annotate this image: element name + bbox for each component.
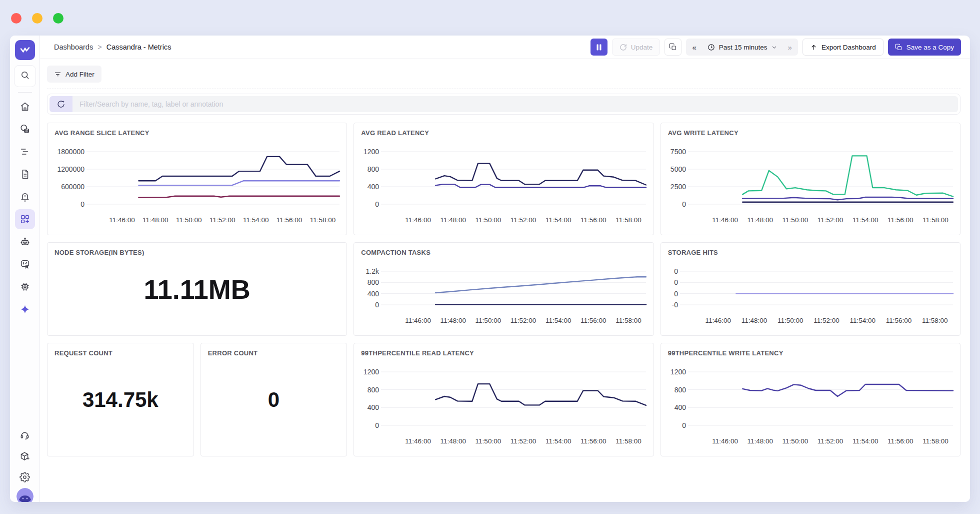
x-tick-label: 11:48:00 [747,437,773,445]
x-tick-label: 11:54:00 [546,437,572,445]
save-as-copy-label: Save as a Copy [906,44,954,51]
sidebar [10,36,40,502]
dashboard-search-bar [47,94,960,115]
add-filter-label: Add Filter [66,71,94,78]
app-area: Dashboards > Cassandra - Metrics Update [40,36,970,502]
clock-icon [708,44,715,51]
chart-line-series-1 [436,384,646,405]
time-range-back-button[interactable]: « [686,39,702,56]
close-window-button[interactable] [11,13,22,24]
x-tick-label: 11:46:00 [406,317,432,324]
x-tick-label: 11:50:00 [476,437,502,445]
refresh-icon [620,44,627,51]
export-dashboard-button[interactable]: Export Dashboard [802,39,884,56]
breadcrumb-dashboards-link[interactable]: Dashboards [54,43,93,51]
panel-title: 99THPERCENTILE WRITE LATENCY [668,349,784,357]
messaging-queues-icon [20,236,30,247]
chart-canvas: 1200800400011:46:0011:48:0011:50:0011:52… [354,123,653,235]
y-tick-label: 400 [368,183,380,191]
logs-icon [20,169,30,180]
chart-canvas: 750050002500011:46:0011:48:0011:50:0011:… [661,123,960,235]
x-tick-label: 11:56:00 [888,437,914,445]
update-button[interactable]: Update [612,39,660,56]
x-tick-label: 11:58:00 [616,317,642,324]
chart-line-series-1 [138,157,340,181]
window-controls [11,13,64,24]
logo-wave-icon [19,44,31,56]
panel-error-count: ERROR COUNT0 [200,343,348,456]
y-tick-label: 400 [368,290,380,298]
y-tick-label: 0 [674,290,678,298]
x-tick-label: 11:56:00 [276,216,302,224]
sidebar-item-logs[interactable] [15,164,35,184]
x-tick-label: 11:54:00 [850,317,876,324]
ai-search-chip[interactable] [50,96,72,112]
y-tick-label: 1800000 [57,148,84,156]
x-tick-label: 11:58:00 [922,317,948,324]
chart-line-series-2 [138,181,340,185]
sidebar-item-dashboards[interactable] [15,209,35,229]
sidebar-item-alerts[interactable] [15,187,35,207]
sidebar-item-support[interactable] [15,425,35,445]
breadcrumb: Dashboards > Cassandra - Metrics [54,43,171,51]
chart-canvas: 1200800400011:46:0011:48:0011:50:0011:52… [661,343,960,456]
pause-refresh-button[interactable] [590,39,608,56]
minimize-window-button[interactable] [32,13,42,24]
chart-line-series-3 [138,196,340,198]
x-tick-label: 11:46:00 [109,216,135,224]
settings-icon [20,472,30,482]
save-as-copy-button[interactable]: Save as a Copy [888,39,961,56]
signoz-logo[interactable] [15,40,35,60]
ai-assistant-icon [20,304,30,315]
sidebar-divider [18,92,32,93]
sidebar-item-messaging-queues[interactable] [15,232,35,252]
panel-storage-hits: STORAGE HITS000-011:46:0011:48:0011:50:0… [660,242,960,336]
filter-search-input[interactable] [72,96,958,112]
x-tick-label: 11:46:00 [406,216,432,224]
x-tick-label: 11:50:00 [176,216,202,224]
sidebar-item-integrations[interactable] [15,446,35,466]
chart-line-series-1 [742,156,953,196]
x-tick-label: 11:50:00 [782,216,808,224]
support-icon [20,430,30,440]
panel-title: COMPACTION TASKS [361,249,430,256]
sidebar-item-infra-monitoring[interactable] [15,277,35,297]
home-icon [20,101,30,112]
x-tick-label: 11:58:00 [922,216,948,224]
x-tick-label: 11:52:00 [814,317,840,324]
x-tick-label: 11:50:00 [476,317,502,324]
time-range-forward-button[interactable]: » [782,39,798,56]
x-tick-label: 11:50:00 [778,317,804,324]
y-tick-label: 1200 [364,368,379,376]
panel-title: AVG WRITE LATENCY [668,129,738,137]
sidebar-item-settings[interactable] [15,467,35,487]
traces-icon [20,146,30,157]
maximize-window-button[interactable] [53,13,64,24]
copy-link-button[interactable] [664,39,682,56]
sidebar-item-traces[interactable] [15,142,35,162]
time-range-selector[interactable]: Past 15 minutes [702,39,782,56]
panel-avg-write-latency: AVG WRITE LATENCY750050002500011:46:0011… [660,123,960,235]
x-tick-label: 11:48:00 [142,216,168,224]
chart-canvas: 1200800400011:46:0011:48:0011:50:0011:52… [354,343,653,456]
y-tick-label: 1200 [364,148,379,156]
add-filter-button[interactable]: Add Filter [47,66,102,83]
x-tick-label: 11:46:00 [712,437,738,445]
x-tick-label: 11:52:00 [817,437,843,445]
chart-line-series-2 [742,197,953,200]
sidebar-item-ai-assistant[interactable] [15,299,35,319]
sidebar-item-exceptions[interactable] [15,254,35,274]
dashboard-content: Add Filter AVG RANGE SLICE LATENCY180000… [40,59,970,502]
y-tick-label: 1200 [670,368,686,376]
desktop-background: { "window_controls": { "close": "#ff5f57… [0,0,980,514]
sidebar-search-button[interactable] [14,65,36,87]
x-tick-label: 11:52:00 [210,216,236,224]
x-tick-label: 11:56:00 [580,317,606,324]
panel-value: 0 [201,343,347,456]
x-tick-label: 11:52:00 [510,317,536,324]
user-avatar[interactable] [16,488,34,502]
panel-title: NODE STORAGE(IN BYTES) [54,249,144,256]
sidebar-item-services[interactable] [15,119,35,139]
sidebar-item-home[interactable] [15,97,35,117]
x-tick-label: 11:58:00 [310,216,336,224]
